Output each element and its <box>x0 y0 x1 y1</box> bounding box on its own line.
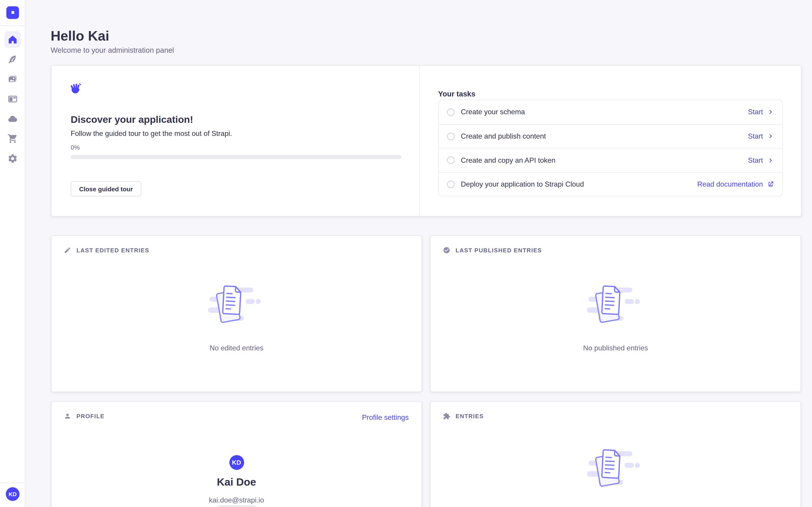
home-icon <box>7 34 18 45</box>
widget-header: ENTRIES <box>443 412 484 420</box>
pencil-icon <box>64 246 71 254</box>
task-row-deploy-cloud[interactable]: Deploy your application to Strapi Cloud … <box>439 172 782 196</box>
task-status-circle <box>447 133 455 140</box>
cart-icon <box>7 133 18 144</box>
task-status-circle <box>447 157 455 164</box>
guided-tour-card: Discover your application! Follow the gu… <box>51 65 801 217</box>
strapi-logo-icon <box>9 9 16 16</box>
task-list: Create your schema Start Create and publ… <box>438 100 783 196</box>
task-read-documentation-link[interactable]: Read documentation <box>697 180 774 188</box>
task-status-circle <box>447 180 455 188</box>
guided-tour-subtitle: Follow the guided tour to get the most o… <box>70 129 232 137</box>
role-badge <box>214 505 258 507</box>
chevron-right-icon <box>767 157 774 164</box>
profile-name: Kai Doe <box>52 476 421 488</box>
task-action-label: Start <box>748 156 763 164</box>
task-start-link[interactable]: Start <box>748 108 774 116</box>
strapi-logo[interactable] <box>6 6 19 19</box>
widget-title: LAST EDITED ENTRIES <box>77 247 149 253</box>
task-action-label: Start <box>748 132 763 140</box>
task-row-publish-content[interactable]: Create and publish content Start <box>439 124 782 148</box>
strapi-admin-dashboard: KD Hello Kai Welcome to your administrat… <box>0 0 812 507</box>
close-guided-tour-button[interactable]: Close guided tour <box>70 181 141 196</box>
puzzle-icon <box>443 412 450 420</box>
empty-state-text: No published entries <box>431 344 801 351</box>
widget-title: LAST PUBLISHED ENTRIES <box>456 247 542 253</box>
media-icon <box>7 74 18 84</box>
task-label: Create your schema <box>461 108 525 116</box>
sidebar: KD <box>0 0 25 507</box>
sidebar-user-avatar[interactable]: KD <box>6 487 19 501</box>
progress-bar <box>70 155 401 159</box>
empty-documents-illustration <box>583 284 648 327</box>
last-edited-entries-card: LAST EDITED ENTRIES No edited entries <box>51 235 422 392</box>
check-circle-icon <box>443 246 450 254</box>
widget-title: PROFILE <box>77 413 105 419</box>
task-action-label: Start <box>748 108 763 116</box>
sidebar-item-content-type-builder[interactable] <box>4 91 21 108</box>
sidebar-item-deploy[interactable] <box>4 110 21 127</box>
sidebar-divider <box>0 25 25 26</box>
entries-card: ENTRIES No published entries <box>430 401 801 507</box>
chevron-right-icon <box>767 109 774 115</box>
task-label: Create and publish content <box>461 132 546 140</box>
task-start-link[interactable]: Start <box>748 132 774 140</box>
empty-state-text: No edited entries <box>52 344 421 351</box>
task-status-circle <box>447 108 455 116</box>
task-start-link[interactable]: Start <box>748 156 774 164</box>
sidebar-divider-bottom <box>0 483 25 483</box>
task-label: Deploy your application to Strapi Cloud <box>461 180 584 188</box>
last-published-entries-card: LAST PUBLISHED ENTRIES No published entr… <box>430 235 801 392</box>
tasks-title: Your tasks <box>438 90 475 98</box>
feather-icon <box>7 54 18 65</box>
profile-card: PROFILE Profile settings KD Kai Doe kai.… <box>51 401 422 507</box>
empty-documents-illustration <box>583 448 648 490</box>
page-subtitle: Welcome to your administration panel <box>51 46 174 54</box>
task-action-label: Read documentation <box>697 180 763 188</box>
chevron-right-icon <box>767 133 774 140</box>
page-title: Hello Kai <box>51 28 109 44</box>
sidebar-item-settings[interactable] <box>4 150 21 167</box>
profile-avatar: KD <box>229 455 244 470</box>
profile-settings-link[interactable]: Profile settings <box>362 413 409 421</box>
user-icon <box>64 412 71 420</box>
widget-title: ENTRIES <box>456 413 484 419</box>
sidebar-item-home[interactable] <box>4 31 21 48</box>
sidebar-item-media-library[interactable] <box>4 71 21 88</box>
sidebar-item-marketplace[interactable] <box>4 130 21 147</box>
layout-icon <box>7 94 18 104</box>
sidebar-item-content-manager[interactable] <box>4 51 21 68</box>
progress-percent-label: 0% <box>70 144 80 151</box>
widget-header: LAST PUBLISHED ENTRIES <box>443 246 542 254</box>
task-label: Create and copy an API token <box>461 156 555 164</box>
external-link-icon <box>767 181 774 187</box>
cloud-icon <box>7 114 18 124</box>
card-divider <box>419 66 419 216</box>
gear-icon <box>7 153 18 164</box>
empty-documents-illustration <box>204 284 269 327</box>
guided-tour-title: Discover your application! <box>70 114 193 125</box>
task-row-create-schema[interactable]: Create your schema Start <box>439 100 782 124</box>
profile-email: kai.doe@strapi.io <box>52 496 421 504</box>
task-row-api-token[interactable]: Create and copy an API token Start <box>439 148 782 172</box>
wave-hand-icon <box>70 82 82 95</box>
widget-header: PROFILE <box>64 412 105 420</box>
widget-header: LAST EDITED ENTRIES <box>64 246 149 254</box>
